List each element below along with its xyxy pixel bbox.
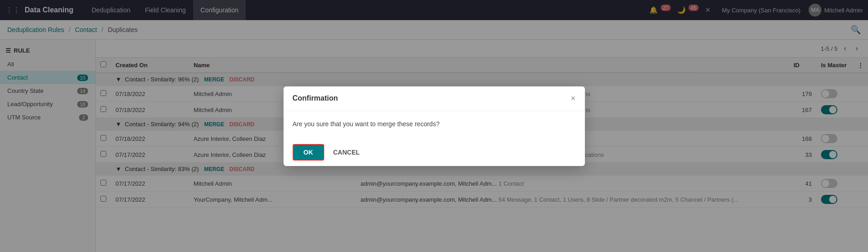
dialog-body: Are you sure that you want to merge thes… [284, 111, 585, 139]
modal-overlay[interactable]: Confirmation × Are you sure that you wan… [0, 0, 868, 252]
ok-button[interactable]: OK [293, 144, 324, 161]
dialog-message: Are you sure that you want to merge thes… [293, 120, 440, 128]
dialog-footer: OK CANCEL [284, 139, 585, 166]
cancel-button[interactable]: CANCEL [329, 145, 364, 160]
confirmation-dialog: Confirmation × Are you sure that you wan… [284, 86, 585, 166]
dialog-header: Confirmation × [284, 86, 585, 111]
dialog-close-button[interactable]: × [571, 94, 576, 103]
dialog-title: Confirmation [293, 94, 338, 102]
